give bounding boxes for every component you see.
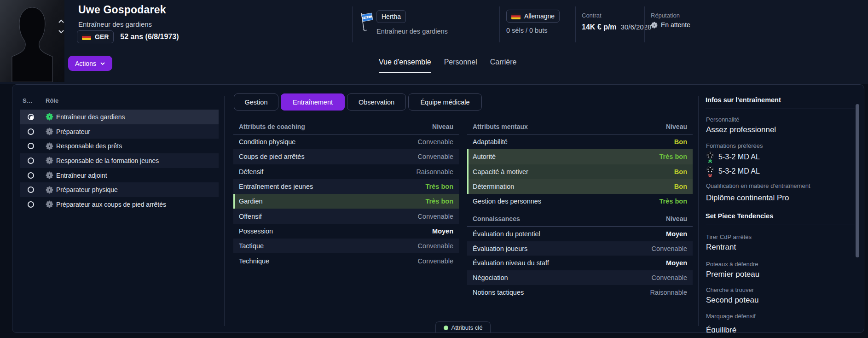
attribute-label: Défensif bbox=[239, 168, 263, 175]
role-row-fitness-coach[interactable]: Préparateur physique bbox=[20, 182, 219, 197]
role-row-set-piece-coach[interactable]: Préparateur aux coups de pied arrêtés bbox=[20, 197, 219, 212]
reputation-value: En attente bbox=[661, 21, 690, 29]
role-radio[interactable] bbox=[28, 143, 34, 149]
nationality-code: GER bbox=[95, 33, 109, 41]
overview-card: S… Rôle Entraîneur des gardiens Préparat… bbox=[12, 84, 864, 333]
attribute-label: Adaptabilité bbox=[473, 138, 508, 146]
previous-person-button[interactable] bbox=[58, 17, 68, 26]
chevron-down-icon bbox=[100, 62, 105, 65]
attribute-row: Défensif Raisonnable bbox=[233, 164, 459, 179]
tab-career[interactable]: Carrière bbox=[490, 58, 517, 73]
column-role: Rôle bbox=[46, 97, 58, 104]
role-radio[interactable] bbox=[28, 114, 34, 120]
formation-name: 5-3-2 MD AL bbox=[718, 167, 760, 175]
role-label: Responsable de la formation jeunes bbox=[56, 157, 159, 164]
attribute-value: Très bon bbox=[660, 198, 687, 205]
section-training-button[interactable]: Entraînement bbox=[281, 93, 345, 111]
coaching-table-header: Attributs de coaching Niveau bbox=[233, 122, 459, 131]
nation-chip[interactable]: Allemagne bbox=[506, 10, 560, 23]
attribute-label: Gardien bbox=[239, 198, 263, 205]
attribute-label: Gestion des personnes bbox=[473, 198, 541, 205]
role-radio[interactable] bbox=[28, 172, 34, 179]
section-management-button[interactable]: Gestion bbox=[234, 93, 278, 111]
germany-flag-icon bbox=[511, 13, 521, 19]
personality-label: Personnalité bbox=[706, 116, 739, 123]
main-tabs: Vue d'ensemble Personnel Carrière bbox=[379, 58, 517, 73]
attribute-row: Offensif Convenable bbox=[233, 209, 459, 223]
divider bbox=[499, 6, 500, 42]
role-label: Entraîneur adjoint bbox=[56, 172, 107, 179]
nation-name: Allemagne bbox=[524, 12, 555, 20]
attribute-label: Évaluation du potentiel bbox=[473, 230, 540, 238]
set-piece-title: Set Piece Tendencies bbox=[706, 212, 773, 220]
tab-overview[interactable]: Vue d'ensemble bbox=[379, 58, 431, 73]
attribute-value: Convenable bbox=[418, 153, 453, 160]
set-piece-label: Tirer CdP arrêtés bbox=[706, 233, 752, 240]
staff-job-title: Entraîneur des gardiens bbox=[78, 20, 152, 28]
divider bbox=[644, 6, 645, 42]
preferred-formations-label: Formations préférées bbox=[706, 142, 763, 149]
level-column-header: Niveau bbox=[666, 215, 687, 222]
sidebar-divider bbox=[706, 109, 855, 109]
attribute-value: Bon bbox=[674, 183, 687, 190]
club-name: Hertha bbox=[382, 13, 401, 20]
formation-name: 5-3-2 MD AL bbox=[718, 153, 760, 161]
role-row-loan-manager[interactable]: Responsable des prêts bbox=[20, 139, 219, 153]
attribute-row: Tactique Convenable bbox=[233, 239, 459, 253]
caps-goals: 0 séls / 0 buts bbox=[506, 27, 547, 34]
attribute-value: Moyen bbox=[666, 230, 687, 238]
knowledge-title: Connaissances bbox=[473, 215, 520, 222]
attribute-label: Capacité à motiver bbox=[473, 168, 528, 175]
role-pinwheel-icon bbox=[46, 113, 53, 121]
role-pinwheel-icon bbox=[46, 186, 53, 194]
silhouette-icon bbox=[0, 0, 64, 82]
attribute-label: Possession bbox=[239, 227, 273, 235]
role-label: Préparateur bbox=[56, 128, 90, 135]
role-row-goalkeeping-coach[interactable]: Entraîneur des gardiens bbox=[20, 110, 219, 124]
role-label: Préparateur aux coups de pied arrêtés bbox=[56, 201, 166, 208]
profile-header: Uwe Gospodarek Entraîneur des gardiens G… bbox=[0, 0, 868, 84]
role-row-assistant-manager[interactable]: Entraîneur adjoint bbox=[20, 168, 219, 183]
attribute-value: Convenable bbox=[652, 274, 687, 281]
attribute-row: Technique Convenable bbox=[233, 253, 459, 268]
training-info-title: Infos sur l'entraînement bbox=[706, 96, 781, 104]
legend-label: Attributs clé bbox=[451, 324, 483, 331]
tab-personnel[interactable]: Personnel bbox=[444, 58, 477, 73]
actions-button[interactable]: Actions bbox=[68, 56, 112, 71]
staff-portrait bbox=[0, 0, 64, 82]
role-row-head-of-youth[interactable]: Responsable de la formation jeunes bbox=[20, 153, 219, 168]
mental-title: Attributs mentaux bbox=[473, 123, 528, 130]
attribute-label: Évaluation niveau du staff bbox=[473, 259, 549, 267]
section-scouting-button[interactable]: Observation bbox=[347, 93, 406, 111]
role-radio[interactable] bbox=[28, 201, 34, 208]
attribute-row: Entraînement des jeunes Très bon bbox=[233, 179, 459, 194]
formation-row: 5-3-2 MD AL bbox=[706, 165, 760, 177]
sidebar-scrollbar-thumb[interactable] bbox=[856, 104, 859, 257]
contract-wage: 14K € p/m bbox=[582, 23, 617, 31]
formation-trend-up-icon bbox=[706, 151, 715, 163]
attribute-row-key: Détermination Bon bbox=[467, 179, 693, 194]
divider bbox=[352, 6, 353, 42]
role-label: Entraîneur des gardiens bbox=[56, 113, 125, 121]
germany-flag-icon bbox=[82, 34, 91, 40]
attribute-row: Gestion des personnes Très bon bbox=[467, 194, 693, 209]
section-medical-button[interactable]: Équipe médicale bbox=[408, 93, 482, 111]
attribute-label: Coups de pied arrêtés bbox=[239, 153, 305, 160]
attribute-row-key: Gardien Très bon bbox=[233, 194, 459, 209]
panel-divider bbox=[698, 96, 699, 326]
personal-badges: GER 52 ans (6/8/1973) bbox=[77, 30, 179, 43]
role-radio[interactable] bbox=[28, 186, 34, 193]
reputation-pinwheel-icon bbox=[651, 22, 658, 29]
roles-list: Entraîneur des gardiens Préparateur Resp… bbox=[20, 110, 219, 212]
club-chip[interactable]: Hertha bbox=[376, 10, 406, 23]
formation-trend-down-icon bbox=[706, 165, 715, 177]
knowledge-table-header: Connaissances Niveau bbox=[467, 214, 693, 223]
roles-table-header: S… Rôle bbox=[20, 97, 219, 104]
attribute-label: Autorité bbox=[473, 153, 496, 160]
role-row-coach[interactable]: Préparateur bbox=[20, 124, 219, 139]
role-radio[interactable] bbox=[28, 128, 34, 135]
column-select: S… bbox=[23, 97, 46, 104]
next-person-button[interactable] bbox=[58, 27, 68, 36]
role-radio[interactable] bbox=[28, 157, 34, 164]
attribute-label: Tactique bbox=[239, 242, 264, 250]
